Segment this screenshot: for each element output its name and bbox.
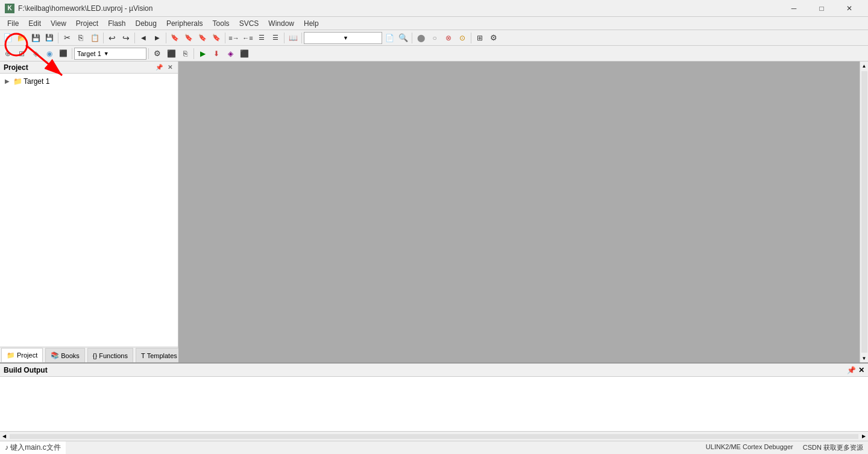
copy-button[interactable]: ⎘: [74, 31, 87, 45]
open-file-button[interactable]: 📂: [15, 31, 28, 45]
settings-target-button[interactable]: ⚙: [151, 47, 164, 60]
start-debug-button[interactable]: ◈: [224, 47, 237, 60]
tb2-btn3[interactable]: ◈: [29, 47, 42, 60]
app-icon: K: [5, 4, 14, 13]
menu-tools[interactable]: Tools: [208, 17, 234, 30]
scroll-up-button[interactable]: ▲: [860, 61, 869, 70]
panel-close-button[interactable]: ✕: [166, 63, 174, 72]
redo-button[interactable]: ↪: [119, 31, 133, 45]
tab-templates-icon: T: [141, 352, 145, 359]
maximize-button[interactable]: □: [808, 0, 835, 17]
minimize-button[interactable]: ─: [780, 0, 808, 17]
flash-download-button[interactable]: ⬇: [210, 47, 223, 60]
list-btn[interactable]: ☰: [255, 31, 268, 45]
copy-target-button[interactable]: ⎘: [178, 47, 192, 60]
search-dropdown[interactable]: ▼: [304, 32, 382, 44]
tb2-btn1[interactable]: ⊕: [1, 47, 14, 60]
tree-expand-icon: ▶: [5, 78, 12, 85]
menu-project[interactable]: Project: [71, 17, 103, 30]
manage-project-button[interactable]: ⬛: [165, 47, 178, 60]
cut-button[interactable]: ✂: [60, 31, 74, 45]
menu-svcs[interactable]: SVCS: [234, 17, 264, 30]
target-value: Target 1: [77, 50, 101, 57]
panel-controls: 📌 ✕: [155, 63, 174, 72]
circle-btn4[interactable]: ⊙: [456, 31, 469, 45]
toolbar-separator-6: [284, 33, 285, 43]
bookmark4-button[interactable]: 🔖: [210, 31, 223, 45]
tb2-btn2[interactable]: ⊞: [15, 47, 28, 60]
forward-button[interactable]: ▶: [151, 31, 164, 45]
target-selector[interactable]: Target 1 ▼: [74, 48, 146, 60]
bookmark2-button[interactable]: 🔖: [182, 31, 195, 45]
build-button[interactable]: ▶: [196, 47, 209, 60]
paste-button[interactable]: 📋: [88, 31, 101, 45]
scroll-right-button[interactable]: ▶: [860, 432, 868, 441]
menu-view[interactable]: View: [46, 17, 71, 30]
save-all-button[interactable]: 💾: [43, 31, 56, 45]
editor-scrollbar-v[interactable]: ▲ ▼: [860, 61, 868, 362]
tb2-btn4[interactable]: ◉: [43, 47, 56, 60]
build-pin-button[interactable]: 📌: [847, 366, 856, 374]
tab-templates-label: Templates: [147, 352, 177, 359]
tab-books-label: Books: [61, 352, 80, 359]
bookmark1-button[interactable]: 🔖: [168, 31, 181, 45]
toolbar-separator-9: [471, 33, 471, 43]
menu-flash[interactable]: Flash: [103, 17, 130, 30]
open-doc-button[interactable]: 📖: [286, 31, 300, 45]
annotation-text: ♪ 键入main.c文件: [5, 443, 61, 452]
toolbar-separator-4: [166, 33, 166, 43]
scroll-left-button[interactable]: ◀: [0, 432, 8, 441]
extra-button[interactable]: ⬛: [237, 47, 251, 60]
close-button[interactable]: ✕: [835, 0, 863, 17]
menu-debug[interactable]: Debug: [131, 17, 162, 30]
toolbar-separator-1: [58, 33, 58, 43]
menu-window[interactable]: Window: [263, 17, 299, 30]
circle-btn1[interactable]: ⬤: [414, 31, 427, 45]
gear-button[interactable]: ⚙: [487, 31, 500, 45]
search-in-files-button[interactable]: 📄: [383, 31, 396, 45]
bottom-annotation: ♪ 键入main.c文件: [0, 441, 66, 454]
project-panel-title: Project: [4, 63, 28, 72]
listnum-btn[interactable]: ☰: [269, 31, 282, 45]
workspace: Project 📌 ✕ ▶ 📁 Target 1 📁 Project: [0, 61, 868, 362]
tab-books[interactable]: 📚 Books: [45, 348, 85, 362]
circle-btn3[interactable]: ⊗: [442, 31, 455, 45]
new-file-button[interactable]: 📄: [1, 31, 14, 45]
build-scrollbar-h: ◀ ▶: [0, 431, 868, 441]
main-wrapper: Project 📌 ✕ ▶ 📁 Target 1 📁 Project: [0, 61, 868, 454]
project-panel: Project 📌 ✕ ▶ 📁 Target 1 📁 Project: [0, 61, 178, 362]
window-controls: ─ □ ✕: [780, 0, 863, 17]
dropdown-arrow: ▼: [343, 35, 379, 41]
menu-bar: File Edit View Project Flash Debug Perip…: [0, 17, 868, 30]
back-button[interactable]: ◀: [137, 31, 150, 45]
toolbar2: ⊕ ⊞ ◈ ◉ ⬛ Target 1 ▼ ⚙ ⬛ ⎘ ▶ ⬇ ◈ ⬛: [0, 46, 868, 61]
search-button[interactable]: 🔍: [397, 31, 410, 45]
tab-functions-icon: {}: [93, 352, 97, 359]
project-panel-header: Project 📌 ✕: [0, 61, 178, 74]
debugger-status: ULINK2/ME Cortex Debugger: [706, 443, 793, 452]
unindent-button[interactable]: ←≡: [241, 31, 254, 45]
bookmark3-button[interactable]: 🔖: [196, 31, 209, 45]
tab-project[interactable]: 📁 Project: [1, 348, 43, 362]
tree-target-item[interactable]: ▶ 📁 Target 1: [2, 76, 175, 87]
scroll-track-v: [861, 71, 867, 353]
indent-button[interactable]: ≡→: [227, 31, 241, 45]
scroll-down-button[interactable]: ▼: [860, 354, 869, 362]
toolbar2-separator-1: [72, 48, 72, 59]
menu-edit[interactable]: Edit: [24, 17, 46, 30]
tab-functions[interactable]: {} Functions: [87, 348, 133, 362]
tb2-btn5[interactable]: ⬛: [57, 47, 70, 60]
build-close-button[interactable]: ✕: [858, 366, 864, 374]
circle-btn2[interactable]: ○: [428, 31, 441, 45]
tab-project-icon: 📁: [7, 352, 15, 359]
menu-file[interactable]: File: [2, 17, 24, 30]
menu-peripherals[interactable]: Peripherals: [162, 17, 208, 30]
menu-help[interactable]: Help: [299, 17, 324, 30]
tab-templates[interactable]: T Templates: [136, 348, 183, 362]
build-output-header: Build Output 📌 ✕: [0, 364, 868, 377]
save-button[interactable]: 💾: [29, 31, 42, 45]
undo-button[interactable]: ↩: [105, 31, 119, 45]
grid-button[interactable]: ⊞: [473, 31, 486, 45]
panel-pin-button[interactable]: 📌: [155, 63, 163, 72]
tab-project-label: Project: [17, 352, 37, 359]
